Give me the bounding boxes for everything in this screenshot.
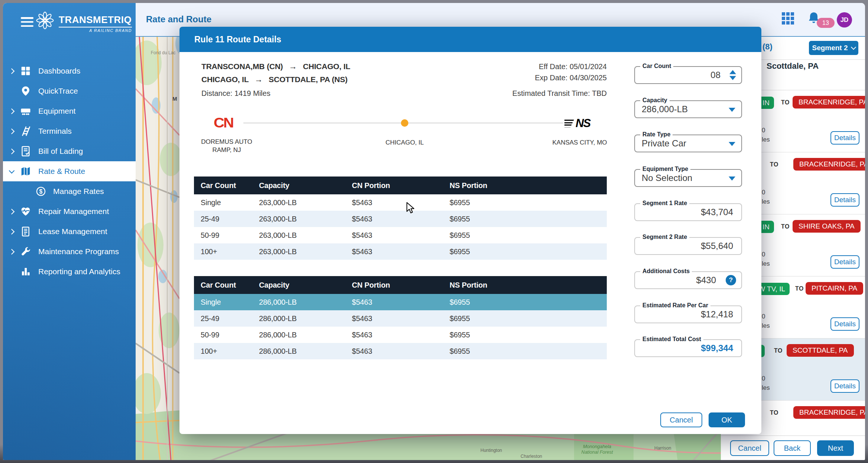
to-label: TO (770, 409, 778, 416)
sidebar-item-quicktrace[interactable]: QuickTrace (3, 81, 136, 101)
next-button[interactable]: Next (817, 440, 854, 456)
miles-text-fragment: les (762, 198, 770, 205)
field-equipment-type[interactable]: Equipment TypeNo Selection (634, 169, 742, 187)
rate-row[interactable]: Single263,000-LB$5463$6955 (194, 194, 607, 211)
to-label: TO (781, 99, 790, 106)
sidebar-item-bill-of-lading[interactable]: Bill of Lading (3, 141, 136, 161)
rate-table-header-row: Car CountCapacityCN PortionNS Portion (194, 177, 607, 194)
app-window: Rate and Route 13 JD (3, 3, 865, 460)
sidebar-item-dashboards[interactable]: Dashboards (3, 61, 136, 81)
sidebar-item-label: Bill of Lading (38, 147, 83, 156)
rate-cell: $5463 (352, 215, 372, 223)
column-header: Capacity (259, 281, 289, 289)
miles-text-fragment: les (762, 136, 770, 143)
brand-subtitle: A RAILINC BRAND (59, 28, 132, 33)
chevron-right-icon (9, 208, 15, 214)
rate-cell: $5463 (352, 231, 372, 240)
increment-icon[interactable] (729, 70, 736, 74)
sidebar-item-label: Manage Rates (53, 187, 104, 196)
manage-rates-icon: $ (36, 186, 46, 197)
details-button[interactable]: Details (830, 317, 859, 331)
rate-cell: $6955 (450, 215, 470, 223)
rate-cell: 286,000-LB (259, 331, 297, 339)
routes-count: (8) (762, 42, 773, 52)
rate-row[interactable]: 50-99263,000-LB$5463$6955 (194, 227, 607, 243)
route-from: TRANSCONA,MB (CN) (201, 62, 283, 71)
route-from: CHICAGO, IL (201, 75, 249, 84)
modal-ok-button[interactable]: OK (709, 412, 745, 427)
equipment-icon (20, 106, 31, 117)
column-header: CN Portion (352, 181, 390, 190)
rate-row[interactable]: 50-99286,000-LB$5463$6955 (194, 327, 607, 343)
ns-logo-stripes (564, 120, 574, 127)
rate-cell: 286,000-LB (259, 314, 297, 323)
sidebar-item-rate-route[interactable]: Rate & Route (3, 161, 136, 181)
segment-selector-button[interactable]: Segment 2 (809, 41, 858, 55)
sidebar-item-reporting-and-analytics[interactable]: Reporting and Analytics (3, 262, 136, 282)
to-label: TO (770, 161, 778, 168)
route-to: CHICAGO, IL (303, 62, 350, 71)
apps-grid-icon[interactable] (782, 12, 794, 25)
sidebar-item-equipment[interactable]: Equipment (3, 101, 136, 121)
dropdown-caret-icon (729, 142, 735, 146)
chevron-down-icon (851, 45, 856, 50)
field-capacity[interactable]: Capacity286,000-LB (634, 100, 742, 118)
rate-row[interactable]: 25-49263,000-LB$5463$6955 (194, 211, 607, 227)
column-header: Car Count (201, 181, 236, 190)
rate-row[interactable]: 25-49286,000-LB$5463$6955 (194, 310, 607, 327)
arrow-right-icon: → (289, 62, 297, 71)
rate-cell: $5463 (352, 298, 372, 307)
details-button[interactable]: Details (830, 379, 859, 393)
route-midpoint-dot (401, 119, 408, 127)
help-icon[interactable]: ? (726, 275, 736, 285)
rate-cell: $5463 (352, 198, 372, 207)
sidebar-item-terminals[interactable]: Terminals (3, 121, 136, 141)
field-value: $12,418 (701, 309, 733, 320)
cancel-button[interactable]: Cancel (730, 440, 769, 456)
diagram-mid-label: CHICAGO, IL (386, 139, 424, 146)
destination-badge: SHIRE OAKS, PA (793, 220, 861, 233)
field-value: $43,704 (701, 207, 733, 217)
sidebar-item-lease-management[interactable]: Lease Management (3, 221, 136, 242)
sidebar-item-maintenance-programs[interactable]: Maintenance Programs (3, 242, 136, 262)
avatar[interactable]: JD (837, 12, 852, 27)
sidebar-item-label: Lease Management (38, 227, 107, 236)
back-button[interactable]: Back (774, 440, 811, 456)
route-to: SCOTTDALE, PA (NS) (269, 75, 347, 84)
rate-cell: 286,000-LB (259, 298, 297, 307)
miles-text-fragment: les (762, 384, 770, 392)
rate-cell: 25-49 (201, 215, 219, 223)
details-button[interactable]: Details (830, 131, 859, 145)
hamburger-menu-icon[interactable] (21, 17, 33, 27)
field-rate-type[interactable]: Rate TypePrivate Car (634, 135, 742, 152)
sidebar-item-label: Equipment (38, 107, 75, 116)
rate-row[interactable]: 100+263,000-LB$5463$6955 (194, 243, 607, 260)
field-car-count[interactable]: Car Count08 (634, 66, 742, 84)
field-label: Additional Costs (640, 268, 692, 275)
details-button[interactable]: Details (830, 255, 859, 269)
rate-row[interactable]: 100+286,000-LB$5463$6955 (194, 343, 607, 359)
destination-badge: PITCAIRN, PA (806, 282, 863, 295)
rate-text-fragment: 0 (762, 251, 765, 258)
sidebar-item-label: QuickTrace (38, 87, 78, 95)
to-label: TO (774, 347, 783, 354)
sidebar-item-label: Dashboards (38, 67, 80, 75)
dashboards-icon (20, 65, 31, 77)
effective-date: Eff Date: 05/01/2024 (535, 61, 607, 72)
rate-cell: $6955 (450, 314, 470, 323)
sidebar-item-label: Repair Management (38, 207, 109, 216)
map-label: Monongahela National Forest (575, 444, 619, 455)
dropdown-caret-icon (729, 177, 735, 181)
rate-row[interactable]: Single286,000-LB$5463$6955 (194, 294, 607, 310)
rate-cell: 286,000-LB (259, 347, 297, 356)
destination-badge: SCOTTDALE, PA (787, 344, 854, 357)
rate-table-header-row: Car CountCapacityCN PortionNS Portion (194, 276, 607, 294)
sidebar-item-repair-management[interactable]: Repair Management (3, 201, 136, 221)
details-button[interactable]: Details (830, 193, 859, 207)
modal-cancel-button[interactable]: Cancel (660, 412, 702, 427)
sidebar-item-manage-rates[interactable]: $Manage Rates (3, 181, 136, 201)
decrement-icon[interactable] (729, 76, 736, 80)
rate-cell: Single (201, 198, 221, 207)
stepper-control[interactable] (729, 70, 736, 80)
rate-cell: $6955 (450, 298, 470, 307)
